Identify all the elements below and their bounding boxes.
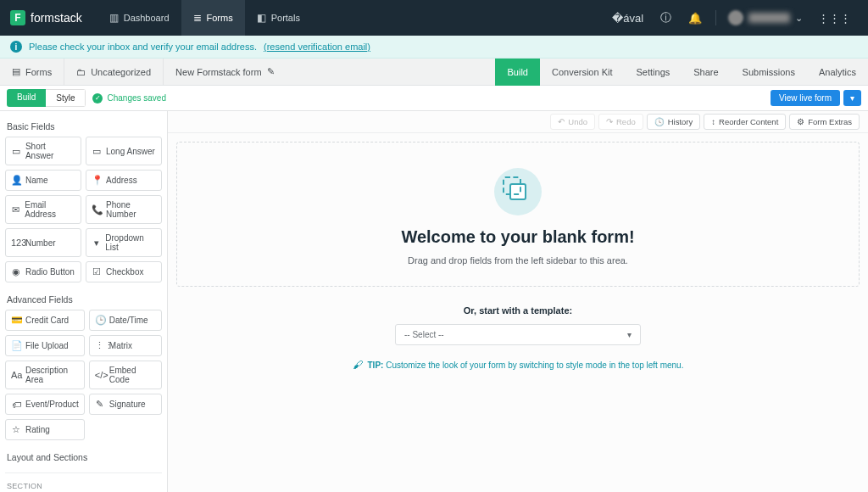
breadcrumb-bar: ▤ Forms 🗀 Uncategorized New Formstack fo… (0, 59, 868, 86)
apps-grid-icon[interactable]: ⋮⋮⋮ (811, 12, 858, 25)
brand-text: formstack (31, 11, 82, 25)
breadcrumb-form-name[interactable]: New Formstack form ✎ (164, 59, 291, 86)
nav-portals[interactable]: ◧ Portals (245, 0, 312, 36)
book-icon[interactable]: �ával (605, 12, 650, 25)
user-menu[interactable]: username ⌄ (723, 10, 808, 25)
field-radio[interactable]: ◉Radio Button (5, 261, 81, 282)
folder-icon: 🗀 (76, 67, 86, 77)
chevron-down-icon: ⌄ (795, 13, 803, 24)
top-nav: F formstack ▥ Dashboard ≣ Forms ◧ Portal… (0, 0, 868, 36)
pen-icon: ✎ (95, 399, 105, 410)
section-subheading: SECTION (5, 478, 162, 492)
empty-canvas-illustration-icon (494, 168, 542, 215)
nav-forms[interactable]: ≣ Forms (181, 0, 245, 36)
text-icon: Aa (11, 370, 21, 380)
field-name[interactable]: 👤Name (5, 170, 81, 191)
template-label: Or, start with a template: (185, 305, 851, 316)
field-credit-card[interactable]: 💳Credit Card (5, 310, 85, 331)
chevron-down-icon: ▾ (627, 330, 632, 339)
pin-icon: 📍 (92, 175, 102, 186)
pencil-icon[interactable]: ✎ (267, 66, 275, 77)
field-phone[interactable]: 📞Phone Number (86, 195, 162, 224)
dashboard-icon: ▥ (109, 12, 119, 24)
field-rating[interactable]: ☆Rating (5, 419, 85, 440)
brand-logo[interactable]: F formstack (10, 10, 82, 25)
history-button[interactable]: 🕓History (647, 114, 701, 130)
avatar-icon (728, 10, 743, 25)
short-answer-icon: ▭ (11, 146, 21, 157)
card-icon: 💳 (11, 315, 21, 326)
tag-icon: 🏷 (11, 400, 21, 410)
field-event[interactable]: 🏷Event/Product (5, 394, 85, 415)
field-number[interactable]: 123Number (5, 228, 81, 257)
tab-settings[interactable]: Settings (625, 59, 682, 86)
field-signature[interactable]: ✎Signature (89, 394, 162, 415)
nav-right: �ával ⓘ 🔔 username ⌄ ⋮⋮⋮ (605, 10, 858, 25)
field-datetime[interactable]: 🕒Date/Time (89, 310, 162, 331)
view-live-form-dropdown[interactable]: ▾ (843, 90, 861, 106)
mode-bar: Build Style ✓ Changes saved View live fo… (0, 86, 868, 111)
field-file-upload[interactable]: 📄File Upload (5, 335, 85, 356)
field-description[interactable]: AaDescription Area (5, 361, 85, 389)
mode-style[interactable]: Style (46, 89, 86, 107)
undo-button: ↶Undo (550, 114, 595, 130)
gear-icon: ⚙ (797, 117, 804, 126)
field-long-answer[interactable]: ▭Long Answer (86, 137, 162, 165)
verify-email-notice: i Please check your inbox and verify you… (0, 36, 868, 59)
star-icon: ☆ (11, 424, 21, 435)
nav-dashboard[interactable]: ▥ Dashboard (97, 0, 181, 36)
canvas-title: Welcome to your blank form! (194, 227, 842, 247)
tab-submissions[interactable]: Submissions (731, 59, 807, 86)
field-address[interactable]: 📍Address (86, 170, 162, 191)
mode-build[interactable]: Build (7, 89, 46, 107)
envelope-icon: ✉ (11, 204, 20, 215)
check-icon: ✓ (92, 93, 103, 103)
number-icon: 123 (11, 238, 21, 248)
breadcrumb-forms[interactable]: ▤ Forms (0, 59, 64, 86)
forms-icon: ≣ (193, 12, 202, 24)
info-circle-icon: i (10, 41, 22, 53)
code-icon: </> (95, 370, 105, 380)
field-sidebar: Basic Fields ▭Short Answer ▭Long Answer … (0, 111, 168, 492)
tab-share[interactable]: Share (682, 59, 730, 86)
form-canvas-dropzone[interactable]: Welcome to your blank form! Drag and dro… (176, 142, 860, 287)
redo-icon: ↷ (606, 117, 613, 126)
layout-sections-heading: Layout and Sections (5, 449, 162, 467)
canvas-toolbar: ↶Undo ↷Redo 🕓History ↕Reorder Content ⚙F… (168, 111, 868, 133)
portals-icon: ◧ (257, 12, 266, 24)
form-tabs: Build Conversion Kit Settings Share Subm… (495, 59, 868, 86)
long-answer-icon: ▭ (92, 146, 102, 157)
matrix-icon: ⋮⋮ (95, 340, 105, 351)
form-extras-button[interactable]: ⚙Form Extras (789, 114, 860, 130)
redo-button: ↷Redo (598, 114, 643, 130)
field-matrix[interactable]: ⋮⋮Matrix (89, 335, 162, 356)
resend-verification-link[interactable]: (resend verification email) (264, 42, 370, 52)
view-live-form-button[interactable]: View live form (771, 90, 840, 106)
canvas-area: ↶Undo ↷Redo 🕓History ↕Reorder Content ⚙F… (168, 111, 868, 492)
tab-conversion-kit[interactable]: Conversion Kit (540, 59, 625, 86)
field-dropdown[interactable]: ▾Dropdown List (86, 228, 162, 257)
template-select[interactable]: -- Select -- ▾ (395, 324, 641, 345)
checkbox-icon: ☑ (92, 266, 102, 277)
advanced-fields-heading: Advanced Fields (5, 291, 162, 310)
dropdown-icon: ▾ (92, 238, 101, 249)
tab-analytics[interactable]: Analytics (807, 59, 868, 86)
field-embed[interactable]: </>Embed Code (89, 361, 162, 389)
reorder-content-button[interactable]: ↕Reorder Content (704, 114, 786, 130)
phone-icon: 📞 (92, 204, 102, 215)
tab-build[interactable]: Build (495, 59, 539, 86)
file-icon: 📄 (11, 340, 21, 351)
radio-icon: ◉ (11, 266, 21, 277)
field-short-answer[interactable]: ▭Short Answer (5, 137, 81, 165)
reorder-icon: ↕ (711, 117, 715, 126)
build-style-toggle: Build Style (7, 89, 86, 107)
breadcrumb-folder[interactable]: 🗀 Uncategorized (64, 59, 164, 86)
bell-icon[interactable]: 🔔 (682, 12, 709, 25)
notice-text: Please check your inbox and verify your … (29, 42, 257, 52)
field-email[interactable]: ✉Email Address (5, 195, 81, 224)
field-checkbox[interactable]: ☑Checkbox (86, 261, 162, 282)
template-area: Or, start with a template: -- Select -- … (168, 295, 868, 381)
save-status: ✓ Changes saved (92, 93, 166, 103)
forms-list-icon: ▤ (12, 66, 20, 77)
info-icon[interactable]: ⓘ (654, 10, 678, 25)
